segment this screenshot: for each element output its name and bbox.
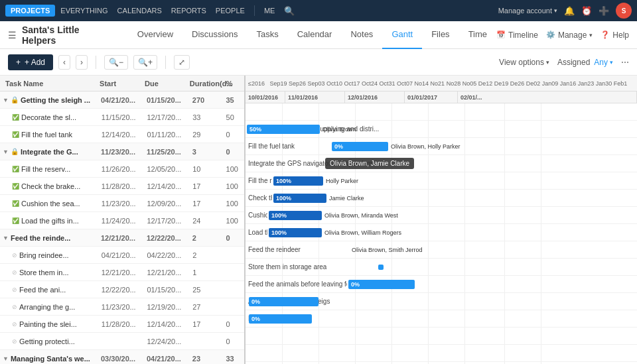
gantt-grid-line [504, 310, 505, 327]
nav-reports[interactable]: REPORTS [171, 7, 206, 15]
add-button[interactable]: + + Add [8, 54, 53, 70]
gantt-bar[interactable]: 100% [273, 194, 326, 203]
zoom-in-btn[interactable]: 🔍+ [133, 55, 157, 70]
tab-tasks[interactable]: Tasks [247, 21, 287, 49]
manage-btn[interactable]: ⚙️ Manage ▾ [546, 30, 593, 40]
view-options-btn[interactable]: View options ▾ [499, 58, 549, 67]
gantt-grid-line [504, 172, 505, 189]
gantt-grid-line [428, 259, 429, 275]
task-due: 12/24/20... [147, 337, 192, 345]
task-row[interactable]: ⊘Store them in...12/21/20...12/21/20...1 [0, 264, 244, 281]
assigned-btn[interactable]: Assigned Any ▾ [557, 58, 613, 67]
gantt-bar[interactable]: 100% [269, 228, 322, 237]
tab-time[interactable]: Time [459, 21, 496, 49]
gantt-grid-line [318, 241, 319, 258]
zoom-out-btn[interactable]: 🔍− [104, 55, 128, 70]
gantt-grid-line [464, 155, 465, 172]
help-btn[interactable]: ❓ Help [601, 30, 629, 40]
task-row[interactable]: ✅Fill the reserv...11/26/20...12/05/20..… [0, 160, 244, 178]
pending-icon: ⊘ [12, 304, 17, 310]
task-row[interactable]: ⊘Painting the slei...11/28/20...12/14/20… [0, 316, 244, 333]
gantt-bar[interactable]: 0% [332, 142, 388, 151]
timeline-btn[interactable]: 📅 Timeline [496, 30, 538, 40]
col-header-pct: % [226, 80, 244, 88]
nav-me[interactable]: ME [264, 7, 275, 15]
gantt-area: ≤2016 Sep19 Sep26 Sep03 Oct10 Oct17 Oct2… [246, 76, 637, 364]
tab-overview[interactable]: Overview [128, 21, 182, 49]
prev-btn[interactable]: ‹ [58, 55, 70, 70]
gantt-grid-line [541, 172, 541, 189]
gantt-grid-line [428, 103, 429, 120]
gantt-grid-line [464, 328, 465, 344]
gantt-grid-line [541, 138, 541, 154]
gantt-bar[interactable]: 0% [249, 297, 318, 306]
task-row[interactable]: ▼🔒Integrate the G...11/23/20...11/25/20.… [0, 143, 244, 160]
done-icon: ✅ [12, 200, 19, 207]
gantt-body: Decorate the sleigh for supplying and di… [246, 103, 637, 364]
bell-icon[interactable]: 🔔 [564, 6, 575, 16]
tab-notes[interactable]: Notes [341, 21, 382, 49]
expand-icon[interactable]: ▼ [3, 97, 9, 103]
hamburger-icon[interactable]: ☰ [8, 30, 17, 40]
expand-icon[interactable]: ▼ [3, 235, 9, 241]
tab-files[interactable]: Files [422, 21, 459, 49]
clock-icon[interactable]: ⏰ [581, 6, 592, 16]
tab-calendar[interactable]: Calendar [288, 21, 342, 49]
gantt-bar[interactable] [378, 265, 384, 270]
gantt-bar[interactable]: 100% [269, 211, 322, 220]
gantt-assignee-label: Holly Parker [326, 178, 358, 184]
tab-gantt[interactable]: Gantt [382, 21, 422, 49]
more-options-btn[interactable]: ⋯ [621, 58, 629, 67]
task-row[interactable]: ⊘Feed the ani...12/22/20...01/15/20...25 [0, 281, 244, 298]
gantt-assignee-label: Olivia Brown, Smith Jerrod [352, 247, 423, 253]
gantt-grid-line [541, 345, 541, 361]
projects-badge[interactable]: PROJECTS [5, 5, 55, 17]
manage-account-btn[interactable]: Manage account ▾ [498, 7, 557, 15]
task-due: 12/22/20... [147, 234, 192, 242]
nav-calendars[interactable]: CALENDARS [117, 7, 162, 15]
tab-discussions[interactable]: Discussions [182, 21, 247, 49]
gantt-bar[interactable]: 100% [273, 176, 323, 186]
gantt-grid-line [355, 293, 356, 310]
gantt-grid-line [541, 276, 541, 292]
nav-everything[interactable]: EVERYTHING [60, 7, 107, 15]
task-row[interactable]: ▼Managing Santa's we...03/30/20...04/21/… [0, 350, 244, 364]
task-row[interactable]: ⊘Bring reindee...04/21/20...04/22/20...2 [0, 247, 244, 264]
task-row[interactable]: ⊘Arranging the g...11/23/20...12/19/20..… [0, 298, 244, 316]
gantt-grid-line [541, 224, 541, 241]
task-pct: 100 [226, 217, 244, 225]
task-due: 01/15/20... [147, 286, 192, 294]
task-start: 11/15/20... [102, 113, 147, 121]
avatar[interactable]: S [616, 3, 632, 19]
gantt-month-11: 11/01/2016 [285, 91, 345, 103]
next-btn[interactable]: › [76, 55, 88, 70]
task-row[interactable]: ▼Feed the reinde...12/21/20...12/22/20..… [0, 229, 244, 247]
task-name-label: Load the gifts in... [21, 217, 79, 225]
gantt-grid-line [504, 345, 505, 361]
expand-btn[interactable]: ⤢ [174, 55, 190, 70]
gantt-assignee-label: Olivia Brown, Miranda West [324, 212, 398, 219]
task-duration: 3 [192, 148, 226, 156]
expand-icon[interactable]: ▼ [3, 149, 9, 155]
task-row[interactable]: ✅Load the gifts in...11/24/20...12/17/20… [0, 212, 244, 229]
task-row[interactable]: ✅Check the brake...11/28/20...12/14/20..… [0, 178, 244, 195]
task-row[interactable]: ⊘Getting protecti...12/24/20...0 [0, 333, 244, 350]
gantt-grid-line [504, 121, 505, 137]
gantt-bar[interactable]: 50% [247, 125, 320, 134]
gantt-grid-line [391, 328, 392, 344]
gantt-bar[interactable]: 0% [249, 314, 312, 324]
expand-icon[interactable]: ▼ [3, 355, 9, 362]
pending-icon: ⊘ [12, 286, 17, 293]
search-icon[interactable]: 🔍 [284, 6, 295, 16]
nav-people[interactable]: PEOPLE [216, 7, 245, 15]
gantt-bar[interactable]: 0% [348, 280, 415, 289]
task-row[interactable]: ✅Cushion the sea...11/23/20...12/09/20..… [0, 195, 244, 212]
gantt-assignee-label: Olivia Brown [322, 126, 356, 133]
task-row[interactable]: ✅Decorate the sl...11/15/20...12/17/20..… [0, 109, 244, 126]
task-row[interactable]: ▼🔒Getting the sleigh ...04/21/20...01/15… [0, 91, 244, 109]
timeline-icon: 📅 [496, 30, 506, 39]
gantt-row: Integrate the GPS navigator and speedome… [246, 155, 637, 172]
task-row[interactable]: ✅Fill the fuel tank12/14/20...01/11/20..… [0, 126, 244, 143]
plus-icon[interactable]: ➕ [599, 6, 609, 16]
gantt-task-label: Cushion the seat on the sleigh with pill… [248, 212, 267, 219]
